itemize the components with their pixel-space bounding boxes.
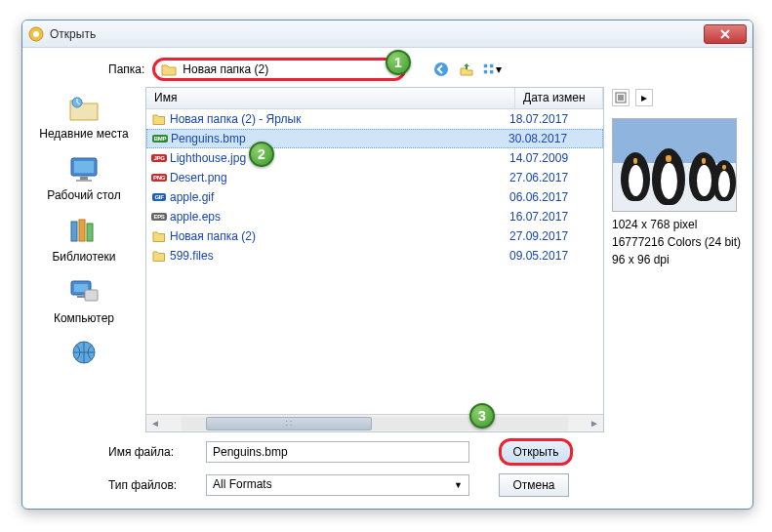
scroll-right-arrow[interactable]: ► bbox=[586, 418, 603, 429]
file-icon: PNG bbox=[152, 171, 166, 184]
place-network[interactable] bbox=[65, 337, 102, 373]
bottom-panel: Имя файла: Открыть Тип файлов: All Forma… bbox=[30, 432, 745, 501]
libraries-icon bbox=[65, 214, 102, 247]
file-name: Penguins.bmp bbox=[171, 132, 246, 145]
file-row[interactable]: BMPPenguins.bmp30.08.2017 bbox=[146, 129, 603, 148]
file-date: 09.05.2017 bbox=[509, 249, 597, 263]
file-row[interactable]: JPGLighthouse.jpg14.07.2009 bbox=[146, 148, 603, 168]
desktop-icon bbox=[65, 152, 102, 185]
svg-point-1 bbox=[33, 31, 39, 37]
computer-icon bbox=[65, 275, 102, 308]
file-icon: EPS bbox=[152, 210, 166, 224]
place-libraries[interactable]: Библиотеки bbox=[52, 214, 115, 264]
file-icon: JPG bbox=[152, 151, 166, 165]
svg-rect-5 bbox=[484, 70, 488, 74]
preview-dimensions: 1024 x 768 pixel bbox=[612, 218, 745, 231]
file-row[interactable]: Новая папка (2)27.09.2017 bbox=[146, 226, 603, 246]
open-button[interactable]: Открыть bbox=[499, 438, 573, 466]
place-recent[interactable]: Недавние места bbox=[39, 91, 128, 141]
preview-colors: 16777216 Colors (24 bit) bbox=[612, 235, 745, 249]
file-row[interactable]: GIFapple.gif06.06.2017 bbox=[146, 187, 603, 207]
file-name: Lighthouse.jpg bbox=[170, 151, 246, 165]
file-icon bbox=[152, 229, 166, 243]
nav-back-button[interactable] bbox=[431, 60, 451, 79]
file-date: 16.07.2017 bbox=[509, 210, 597, 224]
file-date: 27.09.2017 bbox=[509, 229, 597, 243]
file-name: apple.eps bbox=[170, 210, 221, 224]
file-name: 599.files bbox=[170, 249, 214, 263]
file-name: Desert.png bbox=[170, 171, 227, 184]
file-list-panel: Имя Дата измен Новая папка (2) - Ярлык18… bbox=[145, 87, 604, 432]
view-mode-button[interactable]: ▾ bbox=[482, 60, 502, 79]
horizontal-scrollbar[interactable]: ◄ ⸬ ► bbox=[146, 414, 603, 431]
svg-rect-4 bbox=[490, 64, 494, 68]
folder-icon bbox=[161, 62, 177, 76]
file-icon: GIF bbox=[152, 190, 166, 204]
preview-dpi: 96 x 96 dpi bbox=[612, 253, 745, 266]
callout-1: 1 bbox=[386, 50, 411, 75]
scroll-thumb[interactable]: ⸬ bbox=[206, 417, 372, 430]
svg-rect-6 bbox=[490, 70, 494, 74]
file-icon: BMP bbox=[153, 132, 167, 145]
file-date: 18.07.2017 bbox=[509, 112, 597, 126]
callout-3: 3 bbox=[469, 403, 495, 429]
svg-rect-9 bbox=[74, 161, 94, 173]
preview-toggle-button[interactable] bbox=[612, 89, 630, 106]
file-date: 14.07.2009 bbox=[509, 151, 597, 165]
file-list: Новая папка (2) - Ярлык18.07.2017BMPPeng… bbox=[146, 109, 603, 414]
svg-rect-13 bbox=[79, 220, 85, 241]
folder-value: Новая папка (2) bbox=[183, 62, 268, 76]
open-dialog: Открыть Папка: Новая папка (2) ▼ ▾ bbox=[21, 20, 753, 510]
svg-point-2 bbox=[434, 62, 448, 76]
window-title: Открыть bbox=[50, 27, 704, 41]
file-name: Новая папка (2) bbox=[170, 229, 256, 243]
chevron-down-icon: ▼ bbox=[454, 480, 463, 490]
folder-label: Папка: bbox=[108, 62, 144, 76]
preview-info: 1024 x 768 pixel 16777216 Colors (24 bit… bbox=[612, 218, 745, 266]
preview-panel: ▸ 1024 x 768 pixel 16777216 Colors (24 b… bbox=[612, 87, 745, 432]
file-row[interactable]: PNGDesert.png27.06.2017 bbox=[146, 168, 603, 187]
filetype-combo[interactable]: All Formats ▼ bbox=[206, 474, 469, 496]
svg-rect-17 bbox=[85, 290, 98, 301]
scroll-tray[interactable]: ⸬ bbox=[182, 417, 568, 430]
file-row[interactable]: 599.files09.05.2017 bbox=[146, 246, 603, 266]
preview-image bbox=[612, 118, 737, 212]
svg-rect-14 bbox=[87, 224, 93, 241]
place-desktop[interactable]: Рабочий стол bbox=[47, 152, 120, 202]
filename-input[interactable] bbox=[206, 441, 469, 463]
file-icon bbox=[152, 249, 166, 263]
place-computer[interactable]: Компьютер bbox=[54, 275, 114, 325]
places-sidebar: Недавние места Рабочий стол Библиотеки К… bbox=[30, 87, 138, 432]
cancel-button[interactable]: Отмена bbox=[499, 473, 569, 497]
file-row[interactable]: Новая папка (2) - Ярлык18.07.2017 bbox=[146, 109, 603, 129]
file-row[interactable]: EPSapple.eps16.07.2017 bbox=[146, 207, 603, 226]
column-date[interactable]: Дата измен bbox=[515, 88, 603, 108]
svg-rect-12 bbox=[71, 222, 77, 241]
svg-rect-10 bbox=[80, 177, 88, 180]
list-header: Имя Дата измен bbox=[146, 88, 603, 109]
folder-combo[interactable]: Новая папка (2) ▼ bbox=[152, 58, 406, 81]
file-name: apple.gif bbox=[170, 190, 214, 204]
svg-rect-11 bbox=[76, 180, 92, 182]
svg-rect-3 bbox=[484, 64, 488, 68]
preview-next-button[interactable]: ▸ bbox=[635, 89, 653, 106]
nav-up-button[interactable] bbox=[457, 60, 476, 79]
file-date: 06.06.2017 bbox=[509, 190, 597, 204]
callout-2: 2 bbox=[249, 142, 274, 167]
close-button[interactable] bbox=[704, 24, 747, 44]
file-date: 30.08.2017 bbox=[508, 132, 596, 145]
file-icon bbox=[152, 112, 166, 126]
column-name[interactable]: Имя bbox=[146, 88, 515, 108]
svg-rect-21 bbox=[618, 95, 624, 101]
app-icon bbox=[28, 26, 44, 42]
close-icon bbox=[720, 29, 730, 39]
scroll-left-arrow[interactable]: ◄ bbox=[146, 418, 164, 429]
filetype-label: Тип файлов: bbox=[108, 478, 196, 492]
recent-places-icon bbox=[65, 91, 102, 124]
file-name: Новая папка (2) - Ярлык bbox=[170, 112, 301, 126]
svg-rect-18 bbox=[77, 296, 85, 298]
toolbar-icons: ▾ bbox=[431, 60, 502, 79]
filename-label: Имя файла: bbox=[108, 445, 196, 459]
titlebar: Открыть bbox=[22, 20, 752, 48]
preview-tools: ▸ bbox=[612, 87, 745, 112]
